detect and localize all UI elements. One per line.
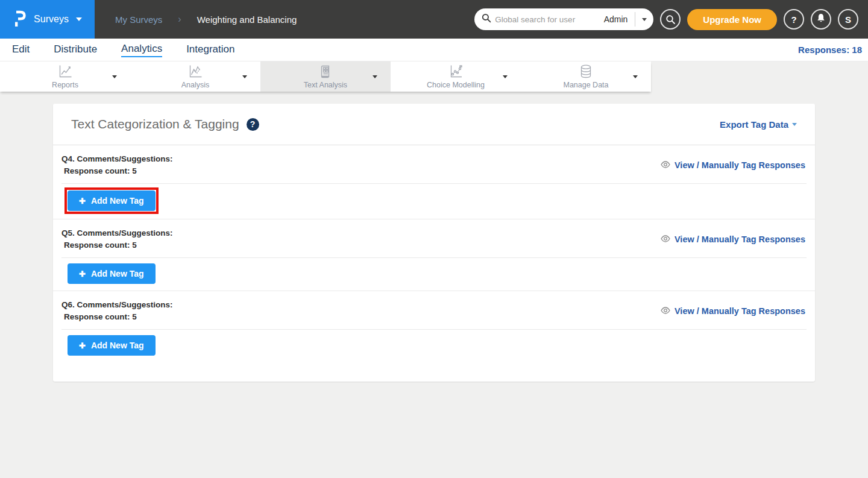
- global-search-input[interactable]: [491, 15, 601, 24]
- toolbar-item-label: Text Analysis: [304, 81, 347, 89]
- view-manually-tag-link[interactable]: View / Manually Tag Responses: [661, 306, 805, 316]
- navbar-actions: Admin Upgrade Now ? S: [474, 8, 858, 30]
- view-link-label: View / Manually Tag Responses: [675, 306, 805, 316]
- toolbar-item-reports[interactable]: Reports: [0, 61, 130, 92]
- tab-distribute[interactable]: Distribute: [54, 43, 97, 57]
- analysis-chart-icon: [187, 64, 203, 79]
- user-avatar[interactable]: S: [838, 9, 858, 30]
- bell-icon: [816, 13, 826, 25]
- notifications-button[interactable]: [811, 9, 831, 30]
- plus-icon: ✚: [79, 270, 86, 278]
- question-label: Q6. Comments/Suggestions:: [61, 298, 173, 311]
- button-row: ✚ Add New Tag: [61, 329, 807, 362]
- chevron-down-icon[interactable]: [112, 75, 117, 78]
- question-info-row: Q5. Comments/Suggestions: Response count…: [61, 219, 807, 257]
- chevron-down-icon: [76, 17, 82, 21]
- export-tag-data-dropdown[interactable]: Export Tag Data: [720, 119, 797, 130]
- question-label: Q5. Comments/Suggestions:: [61, 227, 173, 239]
- response-count: Response count: 5: [61, 239, 173, 251]
- question-label: Q4. Comments/Suggestions:: [61, 153, 173, 165]
- question-text-block: Q5. Comments/Suggestions: Response count…: [61, 227, 173, 251]
- tab-edit[interactable]: Edit: [12, 43, 30, 57]
- add-new-tag-label: Add New Tag: [91, 341, 144, 350]
- search-scope-label: Admin: [602, 14, 635, 24]
- red-highlight-ring: ✚ Add New Tag: [64, 187, 159, 214]
- view-link-label: View / Manually Tag Responses: [675, 160, 805, 170]
- chevron-down-icon[interactable]: [633, 75, 638, 78]
- questionpro-logo-icon: [13, 9, 28, 30]
- help-button[interactable]: ?: [784, 9, 804, 30]
- toolbar-item-choice-modelling[interactable]: Choice Modelling: [391, 61, 521, 92]
- global-search: Admin: [474, 8, 653, 30]
- search-icon: [482, 13, 491, 25]
- page-title: Text Categorization & Tagging: [71, 117, 239, 131]
- choice-modelling-icon: [448, 64, 464, 79]
- button-row: ✚ Add New Tag: [61, 257, 807, 291]
- help-icon[interactable]: ?: [247, 118, 259, 131]
- eye-icon: [661, 306, 670, 316]
- question-text-block: Q6. Comments/Suggestions: Response count…: [61, 298, 173, 323]
- breadcrumb-separator: ›: [178, 14, 181, 25]
- toolbar-item-text-analysis[interactable]: Text Analysis: [260, 61, 391, 92]
- reports-line-chart-icon: [57, 64, 73, 79]
- upgrade-now-button[interactable]: Upgrade Now: [687, 9, 777, 30]
- question-text-block: Q4. Comments/Suggestions: Response count…: [61, 153, 173, 177]
- button-row: ✚ Add New Tag: [61, 183, 807, 219]
- eye-icon: [661, 160, 670, 170]
- card-header: Text Categorization & Tagging ? Export T…: [53, 104, 815, 145]
- plus-icon: ✚: [79, 342, 86, 350]
- product-label: Surveys: [34, 14, 69, 25]
- eye-icon: [661, 234, 670, 244]
- manage-data-database-icon: [579, 64, 593, 79]
- view-manually-tag-link[interactable]: View / Manually Tag Responses: [661, 234, 805, 244]
- chevron-down-icon[interactable]: [373, 75, 377, 78]
- response-count: Response count: 5: [61, 311, 173, 323]
- chevron-down-icon[interactable]: [242, 75, 247, 78]
- toolbar-item-analysis[interactable]: Analysis: [130, 61, 260, 92]
- text-categorization-card: Text Categorization & Tagging ? Export T…: [53, 104, 815, 382]
- chevron-down-icon: [792, 123, 797, 126]
- top-navbar: Surveys My Surveys › Weighting and Balan…: [0, 0, 868, 39]
- add-new-tag-button[interactable]: ✚ Add New Tag: [68, 335, 156, 356]
- breadcrumb-my-surveys[interactable]: My Surveys: [115, 14, 162, 25]
- tab-analytics[interactable]: Analytics: [121, 43, 162, 57]
- question-section-q6: Q6. Comments/Suggestions: Response count…: [53, 291, 815, 362]
- question-info-row: Q6. Comments/Suggestions: Response count…: [61, 291, 807, 329]
- breadcrumb: My Surveys › Weighting and Balancing: [115, 14, 297, 25]
- product-switcher[interactable]: Surveys: [0, 0, 95, 39]
- add-new-tag-button[interactable]: ✚ Add New Tag: [68, 190, 156, 211]
- chevron-down-icon: [642, 18, 647, 21]
- toolbar-item-label: Reports: [52, 81, 78, 89]
- question-section-q5: Q5. Comments/Suggestions: Response count…: [53, 219, 815, 291]
- chevron-down-icon[interactable]: [503, 75, 508, 78]
- toolbar-item-label: Choice Modelling: [427, 81, 485, 89]
- add-new-tag-label: Add New Tag: [91, 269, 144, 278]
- add-new-tag-button[interactable]: ✚ Add New Tag: [68, 263, 156, 284]
- search-scope-dropdown[interactable]: [635, 8, 653, 30]
- question-info-row: Q4. Comments/Suggestions: Response count…: [61, 145, 807, 183]
- survey-tabs: Edit Distribute Analytics Integration Re…: [0, 39, 868, 61]
- plus-icon: ✚: [79, 197, 86, 205]
- view-manually-tag-link[interactable]: View / Manually Tag Responses: [661, 160, 805, 170]
- search-button[interactable]: [660, 9, 681, 30]
- add-new-tag-label: Add New Tag: [91, 196, 144, 206]
- analytics-toolbar: Reports Analysis Text Analysis: [0, 61, 651, 92]
- text-analysis-icon: [318, 64, 333, 79]
- export-tag-data-label: Export Tag Data: [720, 119, 788, 130]
- toolbar-item-label: Analysis: [181, 81, 210, 89]
- toolbar-item-manage-data[interactable]: Manage Data: [521, 61, 651, 92]
- toolbar-item-label: Manage Data: [563, 81, 608, 89]
- view-link-label: View / Manually Tag Responses: [675, 234, 805, 244]
- breadcrumb-current-survey: Weighting and Balancing: [197, 14, 297, 25]
- tab-integration[interactable]: Integration: [186, 43, 234, 57]
- question-section-q4: Q4. Comments/Suggestions: Response count…: [53, 145, 815, 219]
- page-body: Text Categorization & Tagging ? Export T…: [0, 92, 868, 382]
- responses-count: Responses: 18: [798, 45, 862, 55]
- response-count: Response count: 5: [61, 165, 173, 177]
